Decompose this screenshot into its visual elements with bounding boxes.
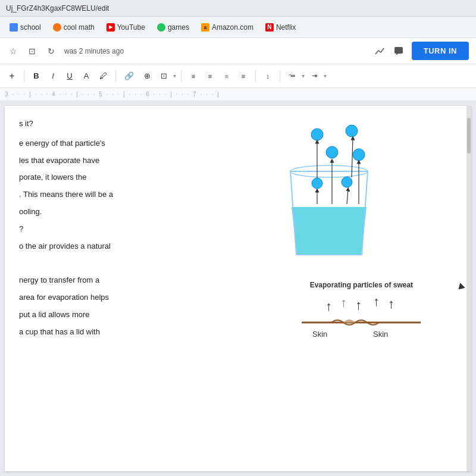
skin-diagram: ↑ ↑ ↑ ↑ ↑ Skin Skin: [264, 294, 459, 350]
bookmark-youtube-label: YouTube: [117, 23, 145, 32]
svg-text:↑: ↑: [388, 296, 394, 311]
games-icon: [157, 23, 165, 32]
bookmark-school-label: school: [20, 23, 41, 32]
coolmath-icon: [53, 23, 61, 32]
italic-button[interactable]: I: [46, 68, 60, 84]
list-button[interactable]: ≔: [285, 68, 299, 84]
svg-text:↑: ↑: [373, 294, 380, 309]
bookmark-coolmath-label: cool math: [64, 23, 95, 32]
align-left-button[interactable]: ≡: [186, 68, 201, 84]
cup-diagram: [264, 112, 394, 278]
add-format-button[interactable]: +: [5, 68, 19, 84]
school-icon: [10, 23, 18, 32]
scrollbar-thumb[interactable]: [467, 118, 471, 154]
para-10: area for evaporation helps: [19, 292, 260, 304]
format-toolbar: + B I U A 🖊 🔗 ⊕ ⊡ ▾ ≡ ≡ ≡ ≡ ↕ ≔ ▾ ⇥ ▾: [0, 64, 476, 88]
para-8: [19, 257, 260, 270]
toolbar-divider-3: [181, 70, 181, 82]
question-text: s it?: [19, 118, 260, 130]
svg-point-5: [311, 129, 323, 140]
analytics-icon[interactable]: [374, 45, 386, 57]
svg-text:↑: ↑: [325, 299, 332, 314]
ruler: 3 · · · | · · · 4 · · · | · · · 5 · · · …: [0, 88, 476, 101]
youtube-icon: ▶: [107, 23, 115, 32]
docs-icons-left: ☆ ⊡ ↻ was 2 minutes ago: [7, 45, 124, 57]
svg-text:Skin: Skin: [312, 330, 327, 339]
svg-point-7: [326, 146, 338, 158]
doc-area: s it? e energy of that particle's les th…: [0, 101, 476, 476]
bookmark-amazon[interactable]: a Amazon.com: [196, 21, 258, 34]
svg-point-8: [353, 149, 365, 161]
skin-svg: ↑ ↑ ↑ ↑ ↑ Skin Skin: [296, 294, 427, 347]
cloud-icon[interactable]: ↻: [45, 45, 57, 57]
para-7: o the air provides a natural: [19, 240, 260, 253]
indent-button[interactable]: ⇥: [307, 68, 321, 84]
svg-point-9: [312, 178, 322, 189]
bookmark-netflix-label: Netflix: [276, 23, 296, 32]
bookmark-games-label: games: [168, 23, 189, 32]
turn-in-button[interactable]: TURN IN: [412, 42, 469, 60]
bookmark-youtube[interactable]: ▶ YouTube: [102, 21, 150, 34]
para-12: a cup that has a lid with: [19, 326, 260, 339]
toolbar-divider-4: [255, 70, 256, 82]
svg-text:Skin: Skin: [373, 330, 388, 339]
bookmarks-bar: school cool math ▶ YouTube games a Amazo…: [0, 17, 476, 38]
bookmark-netflix[interactable]: N Netflix: [261, 21, 300, 34]
ruler-marks: 3 · · · | · · · 4 · · · | · · · 5 · · · …: [5, 91, 220, 98]
svg-text:↑: ↑: [340, 295, 347, 310]
font-color-button[interactable]: A: [79, 68, 93, 84]
link-button[interactable]: 🔗: [121, 68, 137, 84]
toolbar-divider-2: [115, 70, 116, 82]
para-6: ?: [19, 223, 260, 236]
bookmark-amazon-label: Amazon.com: [212, 23, 253, 32]
line-spacing-button[interactable]: ↕: [261, 68, 275, 84]
comment-icon[interactable]: [393, 45, 405, 57]
image-button[interactable]: ⊡: [156, 68, 171, 84]
para-2: les that evaporate have: [19, 155, 260, 167]
folder-icon[interactable]: ⊡: [26, 45, 38, 57]
bookmark-games[interactable]: games: [152, 21, 194, 34]
para-1: e energy of that particle's: [19, 137, 260, 150]
toolbar-divider-5: [280, 70, 280, 82]
insert-button[interactable]: ⊕: [140, 68, 154, 84]
cup-diagram-caption: Evaporating particles of sweat: [264, 281, 459, 289]
svg-rect-0: [394, 47, 403, 54]
para-9: nergy to transfer from a: [19, 274, 260, 287]
svg-point-10: [342, 177, 352, 187]
bold-button[interactable]: B: [29, 68, 43, 84]
diagram-area: Evaporating particles of sweat ↑ ↑ ↑ ↑ ↑: [264, 112, 459, 350]
amazon-icon: a: [201, 23, 209, 32]
scrollbar[interactable]: [466, 106, 471, 471]
para-4: . This means there will be a: [19, 189, 260, 201]
align-center-button[interactable]: ≡: [203, 68, 217, 84]
paint-format-button[interactable]: 🖊: [96, 68, 111, 84]
svg-marker-2: [292, 207, 367, 255]
address-bar: Uj_FGrZ4h3KgaxFC8WELU/edit: [0, 0, 476, 17]
star-icon[interactable]: ☆: [7, 45, 19, 57]
docs-icons-right: TURN IN: [374, 42, 469, 60]
para-5: ooling.: [19, 206, 260, 218]
docs-topbar: ☆ ⊡ ↻ was 2 minutes ago TURN IN: [0, 38, 476, 64]
doc-content[interactable]: s it? e energy of that particle's les th…: [5, 106, 471, 471]
svg-line-13: [347, 189, 348, 204]
bookmark-school[interactable]: school: [5, 21, 46, 34]
toolbar-divider-1: [24, 70, 24, 82]
bookmark-coolmath[interactable]: cool math: [48, 21, 99, 34]
netflix-icon: N: [265, 23, 274, 32]
svg-point-6: [346, 125, 358, 137]
align-justify-button[interactable]: ≡: [236, 68, 250, 84]
para-11: put a lid allows more: [19, 309, 260, 321]
underline-button[interactable]: U: [62, 68, 77, 84]
url-text: Uj_FGrZ4h3KgaxFC8WELU/edit: [6, 4, 109, 12]
svg-text:↑: ↑: [355, 298, 362, 312]
align-right-button[interactable]: ≡: [220, 68, 234, 84]
saved-text: was 2 minutes ago: [64, 47, 124, 55]
doc-text-area: s it? e energy of that particle's les th…: [19, 118, 260, 338]
para-3: porate, it lowers the: [19, 171, 260, 184]
